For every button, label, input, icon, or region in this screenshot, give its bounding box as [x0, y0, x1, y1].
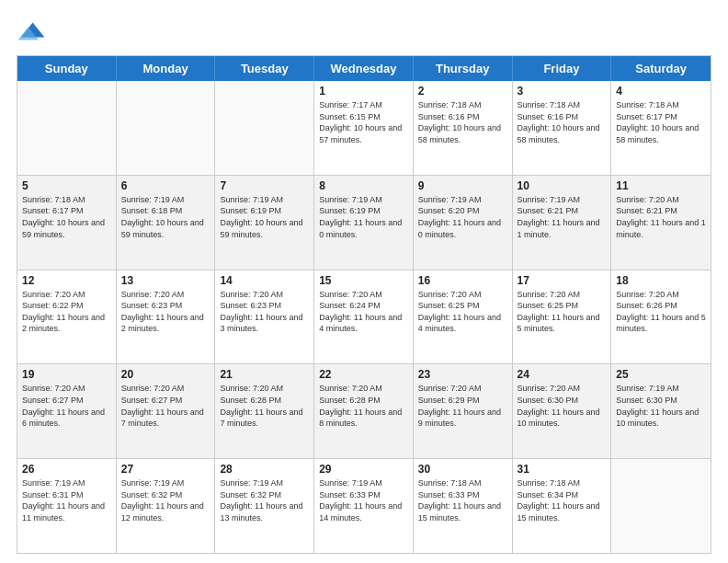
- day-info: Sunrise: 7:19 AM Sunset: 6:21 PM Dayligh…: [518, 194, 607, 240]
- day-info: Sunrise: 7:19 AM Sunset: 6:32 PM Dayligh…: [220, 477, 309, 523]
- calendar: SundayMondayTuesdayWednesdayThursdayFrid…: [17, 55, 711, 554]
- day-info: Sunrise: 7:20 AM Sunset: 6:28 PM Dayligh…: [220, 383, 309, 429]
- day-info: Sunrise: 7:19 AM Sunset: 6:18 PM Dayligh…: [121, 194, 210, 240]
- header-day-thursday: Thursday: [414, 56, 513, 81]
- week-row-4: 19Sunrise: 7:20 AM Sunset: 6:27 PM Dayli…: [17, 363, 711, 458]
- day-info: Sunrise: 7:20 AM Sunset: 6:26 PM Dayligh…: [616, 289, 706, 335]
- day-info: Sunrise: 7:19 AM Sunset: 6:19 PM Dayligh…: [319, 194, 408, 240]
- day-info: Sunrise: 7:20 AM Sunset: 6:21 PM Dayligh…: [616, 194, 706, 240]
- cal-cell: 23Sunrise: 7:20 AM Sunset: 6:29 PM Dayli…: [414, 364, 513, 458]
- cal-cell: 15Sunrise: 7:20 AM Sunset: 6:24 PM Dayli…: [314, 270, 414, 364]
- week-row-5: 26Sunrise: 7:19 AM Sunset: 6:31 PM Dayli…: [17, 458, 711, 553]
- day-info: Sunrise: 7:20 AM Sunset: 6:27 PM Dayligh…: [121, 383, 210, 429]
- week-row-1: 1Sunrise: 7:17 AM Sunset: 6:15 PM Daylig…: [17, 81, 711, 175]
- day-number: 15: [319, 274, 408, 287]
- cal-cell: 21Sunrise: 7:20 AM Sunset: 6:28 PM Dayli…: [215, 364, 314, 458]
- cal-cell: 16Sunrise: 7:20 AM Sunset: 6:25 PM Dayli…: [414, 270, 513, 364]
- day-number: 10: [518, 179, 607, 192]
- cal-cell: 10Sunrise: 7:19 AM Sunset: 6:21 PM Dayli…: [513, 176, 612, 270]
- day-number: 26: [22, 463, 111, 476]
- day-info: Sunrise: 7:19 AM Sunset: 6:32 PM Dayligh…: [121, 477, 210, 523]
- header-day-saturday: Saturday: [611, 56, 711, 81]
- cal-cell: 26Sunrise: 7:19 AM Sunset: 6:31 PM Dayli…: [17, 459, 117, 553]
- cal-cell: 18Sunrise: 7:20 AM Sunset: 6:26 PM Dayli…: [611, 270, 711, 364]
- day-number: 20: [121, 368, 210, 381]
- cal-cell: 13Sunrise: 7:20 AM Sunset: 6:23 PM Dayli…: [117, 270, 216, 364]
- day-info: Sunrise: 7:20 AM Sunset: 6:22 PM Dayligh…: [22, 289, 111, 335]
- day-number: 31: [518, 463, 607, 476]
- day-info: Sunrise: 7:18 AM Sunset: 6:16 PM Dayligh…: [418, 99, 507, 145]
- cal-cell: 5Sunrise: 7:18 AM Sunset: 6:17 PM Daylig…: [17, 176, 117, 270]
- cal-cell: 1Sunrise: 7:17 AM Sunset: 6:15 PM Daylig…: [314, 81, 414, 175]
- cal-cell: [215, 81, 314, 175]
- day-number: 6: [121, 179, 210, 192]
- day-number: 18: [616, 274, 706, 287]
- day-info: Sunrise: 7:19 AM Sunset: 6:20 PM Dayligh…: [418, 194, 507, 240]
- cal-cell: [117, 81, 216, 175]
- day-info: Sunrise: 7:20 AM Sunset: 6:25 PM Dayligh…: [418, 289, 507, 335]
- day-number: 8: [319, 179, 408, 192]
- cal-cell: 24Sunrise: 7:20 AM Sunset: 6:30 PM Dayli…: [513, 364, 612, 458]
- day-number: 27: [121, 463, 210, 476]
- header-day-tuesday: Tuesday: [215, 56, 314, 81]
- day-number: 17: [518, 274, 607, 287]
- cal-cell: [17, 81, 117, 175]
- cal-cell: 12Sunrise: 7:20 AM Sunset: 6:22 PM Dayli…: [17, 270, 117, 364]
- day-info: Sunrise: 7:18 AM Sunset: 6:17 PM Dayligh…: [616, 99, 706, 145]
- day-number: 9: [418, 179, 507, 192]
- day-info: Sunrise: 7:20 AM Sunset: 6:30 PM Dayligh…: [518, 383, 607, 429]
- cal-cell: 11Sunrise: 7:20 AM Sunset: 6:21 PM Dayli…: [611, 176, 711, 270]
- cal-cell: 2Sunrise: 7:18 AM Sunset: 6:16 PM Daylig…: [414, 81, 513, 175]
- day-number: 24: [518, 368, 607, 381]
- day-info: Sunrise: 7:20 AM Sunset: 6:29 PM Dayligh…: [418, 383, 507, 429]
- cal-cell: 29Sunrise: 7:19 AM Sunset: 6:33 PM Dayli…: [314, 459, 414, 553]
- day-info: Sunrise: 7:18 AM Sunset: 6:34 PM Dayligh…: [518, 477, 607, 523]
- day-info: Sunrise: 7:20 AM Sunset: 6:27 PM Dayligh…: [22, 383, 111, 429]
- cal-cell: 27Sunrise: 7:19 AM Sunset: 6:32 PM Dayli…: [117, 459, 216, 553]
- cal-cell: 30Sunrise: 7:18 AM Sunset: 6:33 PM Dayli…: [414, 459, 513, 553]
- calendar-body: 1Sunrise: 7:17 AM Sunset: 6:15 PM Daylig…: [17, 81, 711, 553]
- page: SundayMondayTuesdayWednesdayThursdayFrid…: [0, 0, 728, 563]
- day-number: 30: [418, 463, 507, 476]
- cal-cell: 7Sunrise: 7:19 AM Sunset: 6:19 PM Daylig…: [215, 176, 314, 270]
- week-row-2: 5Sunrise: 7:18 AM Sunset: 6:17 PM Daylig…: [17, 175, 711, 270]
- day-number: 11: [616, 179, 706, 192]
- day-number: 28: [220, 463, 309, 476]
- day-number: 14: [220, 274, 309, 287]
- cal-cell: 20Sunrise: 7:20 AM Sunset: 6:27 PM Dayli…: [117, 364, 216, 458]
- day-number: 12: [22, 274, 111, 287]
- cal-cell: 9Sunrise: 7:19 AM Sunset: 6:20 PM Daylig…: [414, 176, 513, 270]
- cal-cell: 4Sunrise: 7:18 AM Sunset: 6:17 PM Daylig…: [611, 81, 711, 175]
- calendar-header: SundayMondayTuesdayWednesdayThursdayFrid…: [17, 56, 711, 81]
- header-day-monday: Monday: [117, 56, 216, 81]
- day-number: 25: [616, 368, 706, 381]
- day-info: Sunrise: 7:20 AM Sunset: 6:25 PM Dayligh…: [518, 289, 607, 335]
- day-info: Sunrise: 7:20 AM Sunset: 6:24 PM Dayligh…: [319, 289, 408, 335]
- day-number: 23: [418, 368, 507, 381]
- day-number: 5: [22, 179, 111, 192]
- cal-cell: 8Sunrise: 7:19 AM Sunset: 6:19 PM Daylig…: [314, 176, 414, 270]
- day-number: 22: [319, 368, 408, 381]
- cal-cell: 3Sunrise: 7:18 AM Sunset: 6:16 PM Daylig…: [513, 81, 612, 175]
- day-info: Sunrise: 7:20 AM Sunset: 6:23 PM Dayligh…: [220, 289, 309, 335]
- day-number: 19: [22, 368, 111, 381]
- header-day-friday: Friday: [513, 56, 612, 81]
- day-info: Sunrise: 7:19 AM Sunset: 6:31 PM Dayligh…: [22, 477, 111, 523]
- week-row-3: 12Sunrise: 7:20 AM Sunset: 6:22 PM Dayli…: [17, 270, 711, 364]
- day-info: Sunrise: 7:18 AM Sunset: 6:33 PM Dayligh…: [418, 477, 507, 523]
- cal-cell: 31Sunrise: 7:18 AM Sunset: 6:34 PM Dayli…: [513, 459, 612, 553]
- cal-cell: [611, 459, 711, 553]
- cal-cell: 17Sunrise: 7:20 AM Sunset: 6:25 PM Dayli…: [513, 270, 612, 364]
- logo: [17, 17, 50, 46]
- header: [17, 17, 711, 46]
- cal-cell: 19Sunrise: 7:20 AM Sunset: 6:27 PM Dayli…: [17, 364, 117, 458]
- day-info: Sunrise: 7:20 AM Sunset: 6:23 PM Dayligh…: [121, 289, 210, 335]
- day-info: Sunrise: 7:19 AM Sunset: 6:30 PM Dayligh…: [616, 383, 706, 429]
- day-number: 2: [418, 85, 507, 98]
- day-info: Sunrise: 7:18 AM Sunset: 6:17 PM Dayligh…: [22, 194, 111, 240]
- cal-cell: 22Sunrise: 7:20 AM Sunset: 6:28 PM Dayli…: [314, 364, 414, 458]
- day-info: Sunrise: 7:19 AM Sunset: 6:19 PM Dayligh…: [220, 194, 309, 240]
- header-day-sunday: Sunday: [17, 56, 117, 81]
- cal-cell: 14Sunrise: 7:20 AM Sunset: 6:23 PM Dayli…: [215, 270, 314, 364]
- day-number: 29: [319, 463, 408, 476]
